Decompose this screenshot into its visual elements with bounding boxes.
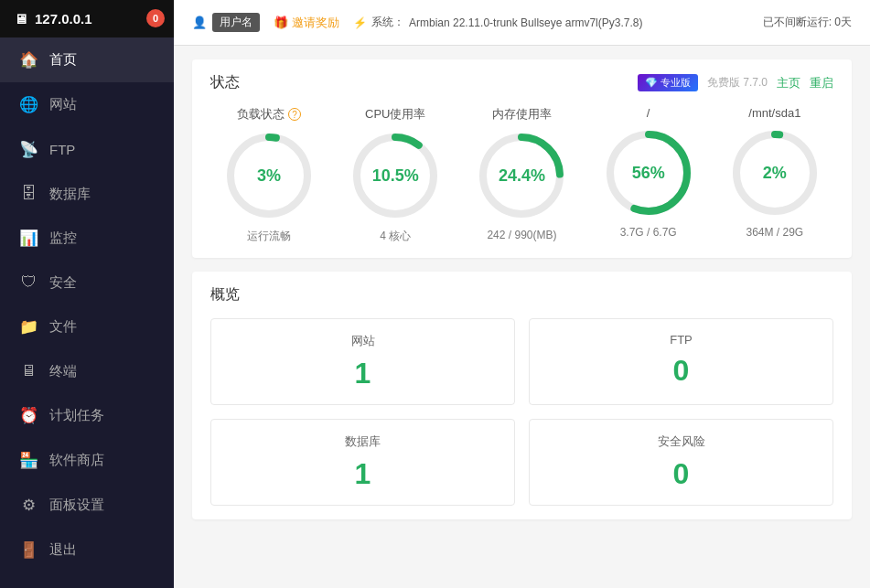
sidebar-item-monitor[interactable]: 📊 监控 xyxy=(0,216,174,261)
sidebar: 🖥 127.0.0.1 0 🏠 首页 🌐 网站 📡 FTP 🗄 数据库 📊 监控… xyxy=(0,0,174,588)
sidebar-label-website: 网站 xyxy=(49,96,77,113)
logo-text: 127.0.0.1 xyxy=(35,11,92,27)
monitor-icon: 📊 xyxy=(18,229,38,248)
pro-badge: 💎 专业版 xyxy=(638,74,698,91)
gauge-value-disk2: 2% xyxy=(763,164,787,183)
appstore-icon: 🏪 xyxy=(18,451,38,470)
overview-label-security: 安全风险 xyxy=(658,433,705,450)
gauge-value-load: 3% xyxy=(257,166,281,186)
overview-grid: 网站 1 FTP 0 数据库 1 安全风险 0 xyxy=(210,318,833,506)
topbar-invite[interactable]: 🎁 邀请奖励 xyxy=(274,15,339,31)
invite-label: 邀请奖励 xyxy=(292,15,339,31)
gauge-value-cpu: 10.5% xyxy=(372,166,419,186)
overview-label-website: 网站 xyxy=(351,333,375,349)
main-content: 👤 用户名 🎁 邀请奖励 ⚡ 系统： Armbian 22.11.0-trunk… xyxy=(174,0,870,588)
gauge-circle-disk1: 56% xyxy=(603,127,694,219)
gauge-disk1: / 56% 3.7G / 6.7G xyxy=(594,106,704,239)
restart-link[interactable]: 重启 xyxy=(810,75,833,91)
sidebar-label-terminal: 终端 xyxy=(49,363,77,380)
logout-icon: 🚪 xyxy=(18,540,38,560)
overview-value-database: 1 xyxy=(355,457,371,491)
sidebar-nav: 🏠 首页 🌐 网站 📡 FTP 🗄 数据库 📊 监控 🛡 安全 📁 文件 🖥 终… xyxy=(0,37,174,572)
overview-value-ftp: 0 xyxy=(673,354,690,388)
overview-label-ftp: FTP xyxy=(670,333,693,347)
sidebar-item-cron[interactable]: ⏰ 计划任务 xyxy=(0,393,174,438)
overview-value-website: 1 xyxy=(355,357,371,390)
gauge-subtext-disk2: 364M / 29G xyxy=(746,226,803,239)
home-link[interactable]: 主页 xyxy=(777,75,800,91)
sidebar-item-terminal[interactable]: 🖥 终端 xyxy=(0,349,174,393)
gauge-circle-disk2: 2% xyxy=(729,127,821,219)
pro-badge-text: 专业版 xyxy=(661,76,691,90)
overview-title: 概览 xyxy=(210,285,240,305)
system-label: 系统： xyxy=(371,15,404,30)
ftp-icon: 📡 xyxy=(18,140,38,159)
overview-card-security: 安全风险 0 xyxy=(529,419,833,506)
sidebar-label-security: 安全 xyxy=(49,274,77,292)
sidebar-item-security[interactable]: 🛡 安全 xyxy=(0,261,174,305)
sidebar-item-appstore[interactable]: 🏪 软件商店 xyxy=(0,438,174,483)
gauge-mem: 内存使用率 24.4% 242 / 990(MB) xyxy=(467,106,576,241)
overview-card-database: 数据库 1 xyxy=(210,419,515,506)
free-version-text: 免费版 7.7.0 xyxy=(707,75,768,91)
terminal-icon: 🖥 xyxy=(18,362,38,380)
topbar-system: ⚡ 系统： Armbian 22.11.0-trunk Bullseye arm… xyxy=(353,15,642,30)
overview-label-database: 数据库 xyxy=(345,433,381,450)
topbar: 👤 用户名 🎁 邀请奖励 ⚡ 系统： Armbian 22.11.0-trunk… xyxy=(174,0,870,46)
badge-area: 💎 专业版 免费版 7.7.0 主页 重启 xyxy=(638,74,833,91)
gauge-subtext-disk1: 3.7G / 6.7G xyxy=(620,226,677,239)
question-icon: ? xyxy=(288,108,301,121)
status-section: 状态 💎 专业版 免费版 7.7.0 主页 重启 负载状态? xyxy=(192,59,852,258)
gauge-cpu: CPU使用率 10.5% 4 核心 xyxy=(340,106,450,244)
sidebar-label-settings: 面板设置 xyxy=(49,497,104,514)
settings-icon: ⚙ xyxy=(18,496,38,515)
overview-value-security: 0 xyxy=(673,457,690,491)
website-icon: 🌐 xyxy=(18,95,38,114)
sidebar-label-cron: 计划任务 xyxy=(49,407,104,424)
sidebar-label-home: 首页 xyxy=(49,51,77,69)
sidebar-label-ftp: FTP xyxy=(49,142,75,157)
home-icon: 🏠 xyxy=(18,50,38,69)
logo-icon: 🖥 xyxy=(14,11,27,27)
gauge-label-disk2: /mnt/sda1 xyxy=(748,106,800,120)
overview-card-ftp: FTP 0 xyxy=(529,318,833,405)
system-icon: ⚡ xyxy=(353,16,367,29)
gauge-circle-mem: 24.4% xyxy=(476,130,567,221)
invite-icon: 🎁 xyxy=(274,16,288,29)
sidebar-item-home[interactable]: 🏠 首页 xyxy=(0,37,174,82)
overview-card-website: 网站 1 xyxy=(210,318,515,405)
security-icon: 🛡 xyxy=(18,273,38,292)
topbar-username[interactable]: 用户名 xyxy=(212,13,260,32)
sidebar-item-logout[interactable]: 🚪 退出 xyxy=(0,528,174,572)
gauge-value-disk1: 56% xyxy=(632,164,665,183)
gauge-label-mem: 内存使用率 xyxy=(492,106,552,123)
overview-section: 概览 网站 1 FTP 0 数据库 1 安全风险 0 xyxy=(192,272,852,519)
gauge-load: 负载状态? 3% 运行流畅 xyxy=(214,106,324,244)
sidebar-item-website[interactable]: 🌐 网站 xyxy=(0,82,174,127)
sidebar-logo: 🖥 127.0.0.1 0 xyxy=(0,0,174,37)
sidebar-label-appstore: 软件商店 xyxy=(49,452,104,469)
topbar-user: 👤 用户名 xyxy=(192,13,260,32)
sidebar-item-files[interactable]: 📁 文件 xyxy=(0,305,174,349)
sidebar-item-ftp[interactable]: 📡 FTP xyxy=(0,127,174,172)
gauge-label-load: 负载状态? xyxy=(237,106,301,123)
sidebar-label-files: 文件 xyxy=(49,318,77,336)
files-icon: 📁 xyxy=(18,317,38,337)
user-icon: 👤 xyxy=(192,16,207,29)
gauge-subtext-mem: 242 / 990(MB) xyxy=(487,229,556,241)
diamond-icon: 💎 xyxy=(645,77,658,89)
sidebar-label-database: 数据库 xyxy=(49,186,91,203)
cron-icon: ⏰ xyxy=(18,406,38,425)
sidebar-item-database[interactable]: 🗄 数据库 xyxy=(0,172,174,216)
status-header: 状态 💎 专业版 免费版 7.7.0 主页 重启 xyxy=(210,73,833,92)
topbar-uptime: 已不间断运行: 0天 xyxy=(763,15,852,30)
status-title: 状态 xyxy=(210,73,240,92)
sidebar-item-settings[interactable]: ⚙ 面板设置 xyxy=(0,483,174,528)
sidebar-label-logout: 退出 xyxy=(49,541,77,559)
gauge-label-disk1: / xyxy=(647,106,650,120)
gauge-label-cpu: CPU使用率 xyxy=(365,106,425,123)
content-area: 状态 💎 专业版 免费版 7.7.0 主页 重启 负载状态? xyxy=(174,46,870,588)
gauge-circle-load: 3% xyxy=(223,130,315,221)
database-icon: 🗄 xyxy=(18,185,38,203)
notification-badge: 0 xyxy=(146,9,165,27)
